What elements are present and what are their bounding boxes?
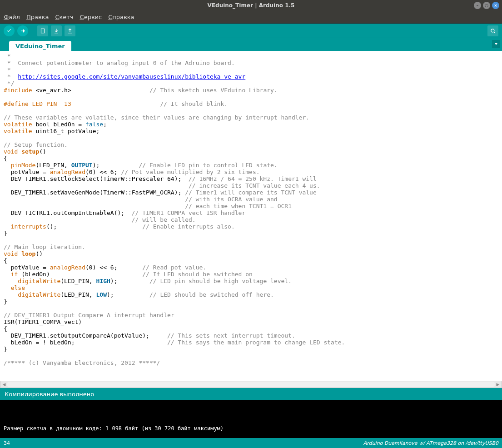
statusbar: 34 Arduino Duemilanove w/ ATmega328 on /…: [0, 438, 502, 448]
new-button[interactable]: [37, 25, 48, 36]
menu-help[interactable]: Справка: [108, 14, 134, 20]
line-number: 34: [4, 440, 10, 446]
board-info: Arduino Duemilanove w/ ATmega328 on /dev…: [10, 440, 498, 446]
output-console[interactable]: Размер скетча в двоичном коде: 1 098 бай…: [0, 400, 502, 438]
svg-point-1: [491, 29, 494, 32]
menu-sketch[interactable]: Скетч: [55, 14, 73, 20]
save-button[interactable]: [65, 25, 75, 36]
menu-service[interactable]: Сервис: [80, 14, 102, 20]
serial-monitor-button[interactable]: [487, 25, 498, 36]
close-icon[interactable]: ×: [492, 2, 499, 9]
window-title: VEduino_Timer | Arduino 1.5: [0, 2, 502, 9]
menu-edit[interactable]: Правка: [26, 14, 49, 20]
verify-button[interactable]: [4, 25, 15, 36]
minimize-icon[interactable]: –: [474, 2, 481, 9]
svg-rect-0: [41, 29, 45, 33]
menubar: Файл Правка Скетч Сервис Справка: [0, 11, 502, 24]
tab-bar: VEduino_Timer: [0, 38, 502, 51]
horizontal-scrollbar[interactable]: ◀ ▶: [0, 381, 502, 388]
upload-button[interactable]: [17, 25, 28, 36]
open-button[interactable]: [51, 25, 62, 36]
scroll-left-icon[interactable]: ◀: [1, 382, 7, 387]
doc-link[interactable]: http://sites.google.com/site/vanyambause…: [18, 73, 245, 80]
toolbar: [0, 24, 502, 38]
code-editor[interactable]: * * Connect potentiometer to analog inpu…: [0, 51, 502, 381]
tab-sketch[interactable]: VEduino_Timer: [9, 41, 71, 51]
menu-file[interactable]: Файл: [4, 14, 20, 20]
compile-status: Компилирование выполнено: [0, 388, 502, 400]
maximize-icon[interactable]: ○: [483, 2, 490, 9]
console-line: Размер скетча в двоичном коде: 1 098 бай…: [4, 425, 498, 432]
tab-menu-icon[interactable]: [492, 40, 500, 48]
scroll-right-icon[interactable]: ▶: [495, 382, 501, 387]
window-titlebar: VEduino_Timer | Arduino 1.5 – ○ ×: [0, 0, 502, 11]
